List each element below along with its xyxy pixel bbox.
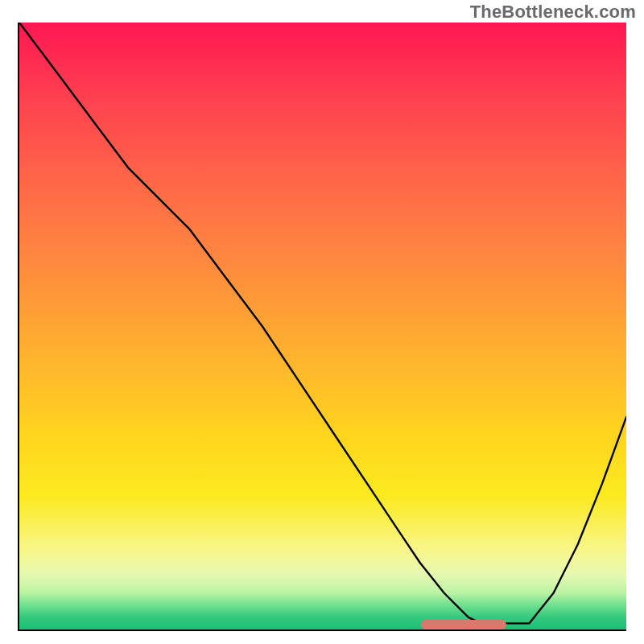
chart-container: TheBottleneck.com [0,0,644,644]
bottleneck-curve-line [19,23,626,623]
plot-area [18,23,626,631]
optimal-range-marker [421,620,506,630]
curve-svg [19,23,626,630]
watermark-text: TheBottleneck.com [470,2,636,23]
